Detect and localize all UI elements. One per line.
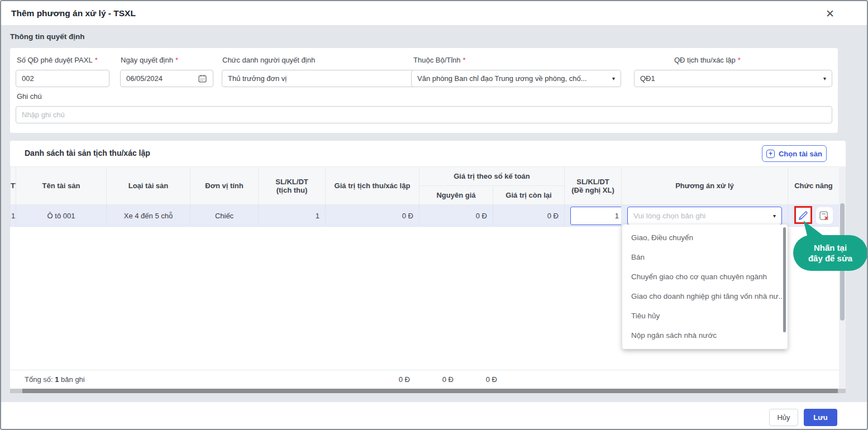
col-header-sl-de-nghi: SL/KL/DT (Đề nghị XL) — [565, 167, 622, 205]
remove-record-icon — [818, 210, 830, 222]
chuc-danh-input[interactable]: Thủ trưởng đơn vị — [222, 70, 420, 87]
close-icon[interactable]: ✕ — [823, 7, 837, 20]
col-header-phuong-an: Phương án xử lý — [622, 167, 788, 205]
bo-tinh-label: Thuộc Bộ/Tỉnh* — [413, 56, 466, 64]
ngay-qd-date-input[interactable]: 06/05/2024 — [120, 70, 213, 87]
qd-tich-thu-label: QĐ tịch thu/xác lập* — [674, 56, 741, 64]
record-count: Tổng số: 1 bản ghi — [25, 370, 85, 389]
required-mark: * — [738, 56, 741, 64]
col-header-nguyen-gia: Nguyên giá — [419, 186, 493, 205]
cell-sl-tich-thu: 1 — [259, 205, 326, 227]
dialog-titlebar: Thêm phương án xử lý - TSXL ✕ — [1, 1, 867, 26]
add-treatment-plan-dialog: Thêm phương án xử lý - TSXL ✕ Thông tin … — [0, 0, 868, 430]
chevron-down-icon: ▾ — [773, 213, 776, 219]
menu-item[interactable]: Chuyển giao cho cơ quan chuyên ngành — [622, 267, 788, 286]
cell-don-vi-tinh: Chiếc — [190, 205, 259, 227]
total-nguyen-gia: 0 Đ — [420, 370, 454, 389]
so-qd-label: Số QĐ phê duyệt PAXL* — [17, 56, 98, 64]
ngay-qd-label: Ngày quyết định* — [121, 56, 178, 64]
assets-table: TT Tên tài sản Loại tài sản Đơn vị tính … — [10, 166, 840, 227]
cell-sl-de-nghi: 1 — [565, 205, 622, 227]
col-header-don-vi-tinh: Đơn vị tính — [190, 167, 259, 205]
cell-phuong-an: Vui lòng chọn bản ghi ▾ — [622, 205, 788, 227]
treatment-plan-dropdown-menu: Giao, Điều chuyển Bán Chuyển giao cho cơ… — [622, 224, 788, 349]
cell-gia-tri-con-lai: 0 Đ — [493, 205, 565, 227]
col-header-gia-tri-con-lai: Giá trị còn lại — [493, 186, 565, 205]
decision-info-card: Số QĐ phê duyệt PAXL* 002 Ngày quyết địn… — [10, 48, 838, 133]
cell-nguyen-gia: 0 Đ — [419, 205, 493, 227]
decision-section-title: Thông tin quyết định — [10, 32, 84, 41]
assets-section-title: Danh sách tài sản tịch thu/xác lập — [25, 149, 150, 157]
dialog-title: Thêm phương án xử lý - TSXL — [11, 1, 136, 25]
required-mark: * — [463, 56, 466, 64]
menu-item[interactable]: Tiêu hủy — [622, 306, 788, 326]
cell-loai-tai-san: Xe 4 đến 5 chỗ — [107, 205, 190, 227]
menu-item[interactable]: Bán — [622, 247, 788, 267]
total-gia-tri-tich-thu: 0 Đ — [376, 370, 410, 389]
bo-tinh-select[interactable]: Văn phòng Ban chỉ đạo Trung ương về phòn… — [411, 70, 621, 87]
col-header-sl-tich-thu: SL/KL/DT (tịch thu) — [259, 167, 326, 205]
ghi-chu-label: Ghi chú — [17, 92, 42, 101]
dialog-footer: Hủy Lưu — [1, 402, 867, 430]
cell-stt: 1 — [11, 205, 16, 227]
col-header-loai-tai-san: Loại tài sản — [107, 167, 190, 205]
vertical-scrollbar[interactable] — [839, 166, 846, 389]
col-header-ten-tai-san: Tên tài sản — [16, 167, 107, 205]
so-qd-input[interactable]: 002 — [16, 70, 109, 87]
chevron-down-icon: ▾ — [823, 75, 826, 82]
required-mark: * — [95, 56, 98, 64]
col-header-chuc-nang: Chức năng — [788, 167, 840, 205]
table-summary-row: Tổng số: 1 bản ghi 0 Đ 0 Đ 0 Đ — [10, 370, 839, 389]
chuc-danh-label: Chức danh người quyết định — [222, 56, 315, 64]
cell-gia-tri-tich-thu: 0 Đ — [326, 205, 419, 227]
remove-record-button[interactable] — [816, 207, 833, 224]
col-header-gia-tri-tich-thu: Giá trị tịch thu/xác lập — [326, 167, 419, 205]
save-button[interactable]: Lưu — [804, 409, 837, 426]
horizontal-scrollbar[interactable] — [10, 389, 846, 393]
calendar-icon[interactable] — [198, 74, 207, 83]
treatment-plan-select[interactable]: Vui lòng chọn bản ghi ▾ — [627, 207, 782, 225]
chevron-down-icon: ▾ — [612, 75, 615, 82]
total-gia-tri-con-lai: 0 Đ — [464, 370, 497, 389]
table-row[interactable]: 1 Ô tô 001 Xe 4 đến 5 chỗ Chiếc 1 0 Đ 0 … — [11, 205, 840, 227]
col-header-tt: TT — [11, 167, 16, 205]
ghi-chu-input[interactable]: Nhập ghi chú — [16, 106, 832, 123]
dropdown-scrollbar-thumb[interactable] — [783, 227, 786, 332]
plus-icon: + — [766, 150, 775, 158]
qd-tich-thu-select[interactable]: QĐ1 ▾ — [634, 70, 832, 87]
edit-highlight-box — [794, 206, 812, 224]
horizontal-scrollbar-thumb[interactable] — [22, 389, 838, 393]
cancel-button[interactable]: Hủy — [769, 409, 798, 426]
cell-ten-tai-san: Ô tô 001 — [16, 205, 107, 227]
menu-item[interactable]: Giao cho doanh nghiệp ghi tăng vốn nhà n… — [622, 286, 788, 306]
required-mark: * — [175, 56, 178, 64]
callout-bubble: Nhấn tại đây để sửa — [793, 235, 867, 271]
menu-item[interactable]: Nộp ngân sách nhà nước — [622, 326, 788, 345]
quantity-input[interactable]: 1 — [570, 207, 622, 225]
menu-item[interactable]: Giao, Điều chuyển — [622, 228, 788, 247]
col-header-so-ke-toan-group: Giá trị theo sổ kế toán — [419, 167, 565, 186]
choose-asset-button[interactable]: + Chọn tài sản — [762, 145, 827, 162]
